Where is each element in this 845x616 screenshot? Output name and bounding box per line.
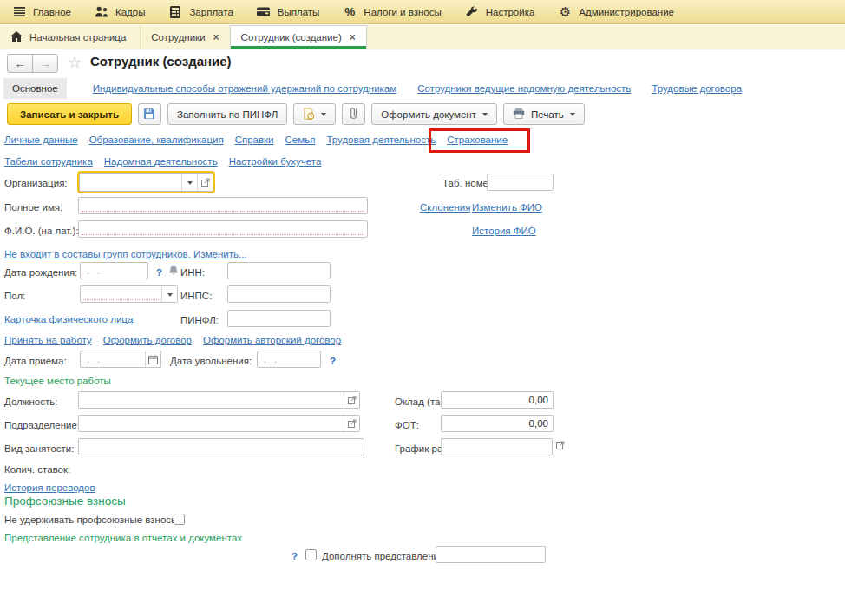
change-fio-link[interactable]: Изменить ФИО xyxy=(472,199,542,216)
link-personal-data[interactable]: Личные данные xyxy=(4,134,78,145)
open-icon[interactable] xyxy=(344,392,359,408)
tab-label: Сотрудник (создание) xyxy=(241,32,342,43)
menu-item-settings[interactable]: Настройка xyxy=(465,5,535,18)
dropdown-arrow-icon[interactable] xyxy=(181,174,197,191)
author-contract-link[interactable]: Оформить авторский договор xyxy=(203,335,341,345)
union-dues-header: Профсоюзные взносы xyxy=(4,495,126,508)
work-schedule-input[interactable] xyxy=(441,438,553,455)
transfer-history-link[interactable]: История переводов xyxy=(4,479,95,496)
bell-icon[interactable] xyxy=(168,265,179,279)
menu-label: Администрирование xyxy=(579,7,674,17)
link-certificates[interactable]: Справки xyxy=(235,134,274,145)
tab-label: Сотрудники xyxy=(151,32,205,43)
tab-home[interactable]: Начальная страница xyxy=(0,25,140,49)
hire-date-label: Дата приема: xyxy=(4,352,67,370)
date-placeholder: . . xyxy=(87,265,102,276)
dismissal-date-help-icon[interactable]: ? xyxy=(330,352,336,370)
tab-number-input[interactable] xyxy=(487,174,554,191)
calendar-icon[interactable] xyxy=(145,351,160,367)
employee-nav-links-row-2: Табели сотрудника Надомная деятельность … xyxy=(4,156,321,167)
person-card-link[interactable]: Карточка физического лица xyxy=(4,311,133,328)
menu-item-payments[interactable]: Выплаты xyxy=(257,5,320,18)
menu-item-salary[interactable]: Зарплата xyxy=(168,5,233,18)
menu-label: Настройка xyxy=(486,7,535,17)
fill-by-pinfl-button[interactable]: Заполнить по ПИНФЛ xyxy=(167,103,287,125)
dropdown-caret-icon xyxy=(570,113,575,119)
menu-label: Кадры xyxy=(115,7,145,17)
percent-icon: % xyxy=(343,5,357,18)
menu-label: Главное xyxy=(33,7,71,17)
supplement-help-icon[interactable]: ? xyxy=(291,547,298,565)
forward-button[interactable]: → xyxy=(32,54,58,73)
hire-link[interactable]: Принять на работу xyxy=(4,335,92,345)
union-dues-checkbox[interactable] xyxy=(174,514,185,525)
link-employee-timesheets[interactable]: Табели сотрудника xyxy=(4,156,93,167)
supplement-representation-input[interactable] xyxy=(436,546,546,563)
dropdown-arrow-icon[interactable] xyxy=(161,286,177,302)
wallet-icon xyxy=(257,5,271,18)
birth-date-input[interactable]: . . xyxy=(80,262,148,279)
link-work-activity[interactable]: Трудовая деятельность xyxy=(326,134,436,145)
hire-date-input[interactable]: . . xyxy=(80,351,161,368)
close-icon[interactable]: × xyxy=(350,32,356,43)
menu-item-taxes[interactable]: % Налоги и взносы xyxy=(343,5,441,18)
inn-label: ИНН: xyxy=(180,264,205,281)
position-input[interactable] xyxy=(78,391,360,409)
history-nav: ← → xyxy=(7,54,58,73)
section-tabs: Основное Индивидуальные способы отражени… xyxy=(3,78,742,99)
page-title: Сотрудник (создание) xyxy=(90,54,232,69)
save-button[interactable] xyxy=(138,103,161,125)
link-insurance[interactable]: Страхование xyxy=(447,134,508,145)
create-document-dropdown-button[interactable]: Оформить документ xyxy=(371,103,497,125)
inps-input[interactable] xyxy=(227,285,331,303)
file-history-dropdown-button[interactable] xyxy=(293,103,336,125)
department-input[interactable] xyxy=(78,415,360,432)
forward-arrow-icon: → xyxy=(40,57,51,70)
declensions-link[interactable]: Склонения xyxy=(420,199,470,216)
menu-label: Налоги и взносы xyxy=(364,7,441,17)
fio-latin-input[interactable] xyxy=(78,220,368,238)
back-button[interactable]: ← xyxy=(7,54,33,73)
organization-combobox[interactable] xyxy=(79,173,213,192)
printer-icon xyxy=(513,108,525,121)
inn-input[interactable] xyxy=(227,262,331,279)
attachments-button[interactable] xyxy=(342,103,365,125)
link-labor-contracts[interactable]: Трудовые договора xyxy=(652,83,742,94)
link-individual-deduction-methods[interactable]: Индивидуальные способы отражений удержан… xyxy=(93,83,396,94)
employment-type-input[interactable] xyxy=(78,438,364,455)
tab-employees[interactable]: Сотрудники × xyxy=(140,25,229,49)
gender-select[interactable] xyxy=(80,285,178,303)
department-label: Подразделение: xyxy=(4,416,80,434)
tab-employee-create[interactable]: Сотрудник (создание) × xyxy=(230,25,367,49)
open-icon[interactable] xyxy=(344,416,359,431)
main-menubar: Главное Кадры Зарплата Выплаты % Налоги … xyxy=(0,0,845,24)
open-icon[interactable] xyxy=(197,174,213,191)
window-tabbar: Начальная страница Сотрудники × Сотрудни… xyxy=(0,25,845,49)
button-label: Печать xyxy=(531,109,564,120)
link-family[interactable]: Семья xyxy=(285,134,316,145)
pinfl-input[interactable] xyxy=(227,310,331,327)
fio-history-link[interactable]: История ФИО xyxy=(472,222,536,239)
link-accounting-settings[interactable]: Настройки бухучета xyxy=(229,156,322,167)
fot-input[interactable]: 0,00 xyxy=(441,415,554,432)
dismissal-date-input[interactable]: . . xyxy=(257,351,321,368)
open-icon[interactable] xyxy=(556,441,565,451)
supplement-representation-checkbox[interactable] xyxy=(305,549,317,560)
link-education-qualification[interactable]: Образование, квалификация xyxy=(89,134,224,145)
save-and-close-button[interactable]: Записать и закрыть xyxy=(7,103,132,125)
tab-main-section[interactable]: Основное xyxy=(3,78,67,99)
menu-item-main[interactable]: Главное xyxy=(12,5,71,18)
link-homework-employees[interactable]: Сотрудники ведущие надомную деятельность xyxy=(417,83,631,94)
favorite-star-icon[interactable]: ☆ xyxy=(68,53,82,72)
button-label: Оформить документ xyxy=(381,109,476,120)
birth-date-help-icon[interactable]: ? xyxy=(156,264,162,281)
print-dropdown-button[interactable]: Печать xyxy=(503,103,585,125)
contract-link[interactable]: Оформить договор xyxy=(103,335,192,345)
close-icon[interactable]: × xyxy=(213,32,219,43)
full-name-input[interactable] xyxy=(78,197,368,214)
salary-input[interactable]: 0,00 xyxy=(441,391,554,409)
menu-item-hr[interactable]: Кадры xyxy=(95,5,145,18)
menu-item-administration[interactable]: ⚙ Администрирование xyxy=(558,5,674,18)
employee-groups-link[interactable]: Не входит в составы групп сотрудников. И… xyxy=(4,246,247,263)
link-homework-activity[interactable]: Надомная деятельность xyxy=(104,156,218,167)
